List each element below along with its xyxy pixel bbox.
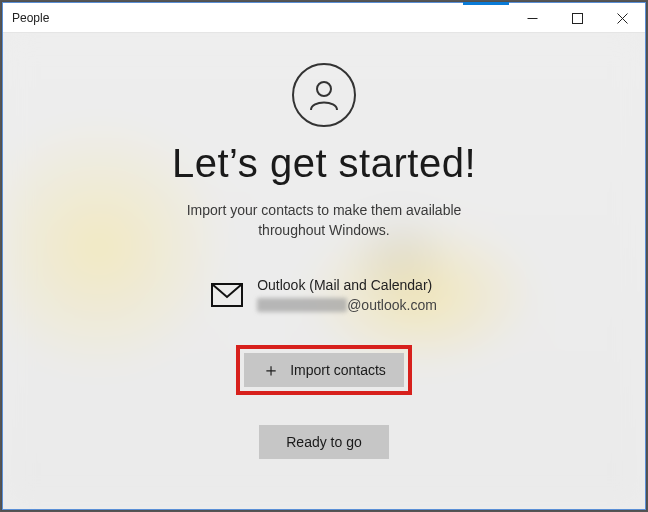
onboarding-stage: Let’s get started! Import your contacts … xyxy=(3,33,645,509)
window-title: People xyxy=(3,11,49,25)
close-button[interactable] xyxy=(600,3,645,33)
account-text: Outlook (Mail and Calendar) @outlook.com xyxy=(257,277,437,313)
ready-label: Ready to go xyxy=(286,434,362,450)
maximize-button[interactable] xyxy=(555,3,600,33)
svg-rect-1 xyxy=(573,13,583,23)
svg-point-4 xyxy=(317,82,331,96)
headline: Let’s get started! xyxy=(172,141,476,186)
minimize-button[interactable] xyxy=(510,3,555,33)
email-domain: @outlook.com xyxy=(347,297,437,313)
account-provider: Outlook (Mail and Calendar) xyxy=(257,277,437,293)
accent-strip xyxy=(463,2,509,5)
redacted-username xyxy=(257,298,347,312)
subtitle-line2: throughout Windows. xyxy=(258,222,390,238)
mail-icon xyxy=(211,283,243,307)
account-email: @outlook.com xyxy=(257,297,437,313)
subtitle: Import your contacts to make them availa… xyxy=(187,200,462,241)
person-icon xyxy=(292,63,356,127)
import-label: Import contacts xyxy=(290,362,386,378)
window-controls xyxy=(510,3,645,33)
import-highlight: ＋ Import contacts xyxy=(236,345,412,395)
plus-icon: ＋ xyxy=(262,361,280,379)
ready-to-go-button[interactable]: Ready to go xyxy=(259,425,389,459)
content-area: Let’s get started! Import your contacts … xyxy=(3,33,645,509)
account-row: Outlook (Mail and Calendar) @outlook.com xyxy=(211,277,437,313)
subtitle-line1: Import your contacts to make them availa… xyxy=(187,202,462,218)
app-window: People Let’s get started! xyxy=(2,2,646,510)
titlebar: People xyxy=(3,3,645,33)
import-contacts-button[interactable]: ＋ Import contacts xyxy=(244,353,404,387)
